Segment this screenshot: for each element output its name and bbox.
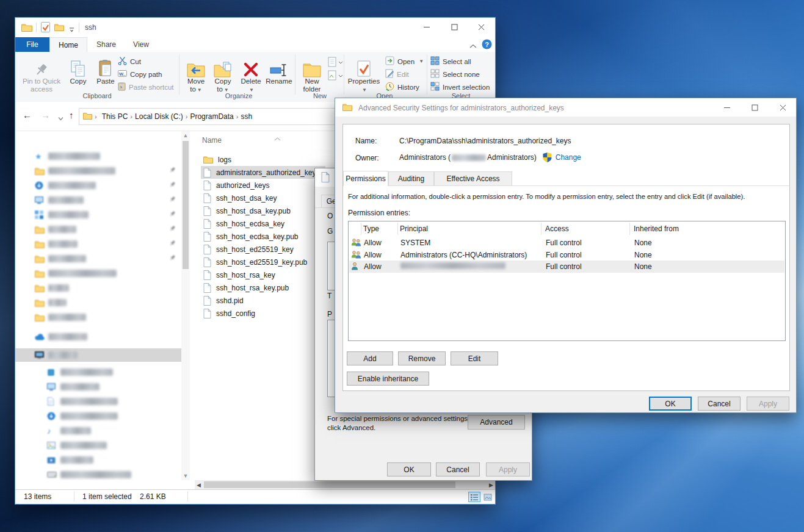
advanced-dialog-titlebar[interactable]: Advanced Security Settings for administr… <box>335 98 796 117</box>
qat-new-folder-icon[interactable] <box>54 23 64 33</box>
easy-access-button[interactable] <box>328 70 344 83</box>
column-header-name[interactable]: Name <box>202 136 222 145</box>
select-none-button[interactable]: Select none <box>430 68 480 80</box>
sidebar-item-redacted[interactable] <box>15 252 181 265</box>
sidebar-item-redacted[interactable] <box>15 468 181 480</box>
scroll-down-icon[interactable]: ▼ <box>181 473 190 479</box>
sidebar-item-redacted[interactable] <box>15 223 181 236</box>
breadcrumb-item[interactable]: Local Disk (C:) <box>132 112 186 121</box>
apply-button[interactable]: Apply <box>486 462 530 476</box>
sidebar-item-redacted[interactable] <box>15 330 181 343</box>
qat-properties-icon[interactable] <box>41 22 50 34</box>
help-icon[interactable]: ? <box>482 39 492 51</box>
file-list-file-row[interactable]: ssh_host_ed25519_key <box>201 243 325 256</box>
sidebar-item-redacted[interactable] <box>15 380 181 394</box>
breadcrumb-item[interactable]: ssh <box>238 112 255 121</box>
sidebar-item-redacted[interactable] <box>15 409 181 423</box>
scroll-left-icon[interactable]: ◀ <box>195 480 203 489</box>
cut-button[interactable]: Cut <box>118 56 141 67</box>
nav-vertical-scrollbar[interactable]: ▲ ▼ <box>181 131 190 480</box>
hscrollbar-thumb[interactable] <box>204 481 455 488</box>
rename-button[interactable]: Rename <box>264 54 294 85</box>
pin-to-quick-access-button[interactable]: Pin to Quick access <box>19 54 64 93</box>
file-list-file-row[interactable]: administrators_authorized_keys <box>201 166 325 179</box>
tab-effective-access[interactable]: Effective Access <box>434 171 512 186</box>
file-list-file-row[interactable]: ssh_host_rsa_key.pub <box>201 281 325 294</box>
ok-button[interactable]: OK <box>387 462 431 476</box>
sidebar-item-redacted[interactable] <box>15 164 181 178</box>
copy-button[interactable]: Copy <box>65 54 91 85</box>
sidebar-item-redacted[interactable] <box>15 439 181 452</box>
enable-inheritance-button[interactable]: Enable inheritance <box>347 372 429 386</box>
cancel-button[interactable]: Cancel <box>698 397 741 411</box>
sidebar-item-redacted[interactable] <box>15 281 181 295</box>
file-list-file-row[interactable]: ssh_host_rsa_key <box>201 268 325 281</box>
scroll-up-icon[interactable]: ▲ <box>181 132 190 138</box>
permission-entry-row[interactable]: AllowAdministrators (CC-HQ\Administrator… <box>349 249 784 261</box>
large-icons-view-button[interactable] <box>482 492 494 502</box>
sidebar-item-redacted[interactable] <box>15 365 181 379</box>
edit-button[interactable]: Edit <box>451 351 498 365</box>
tab-home[interactable]: Home <box>49 37 87 52</box>
tab-view[interactable]: View <box>125 37 157 52</box>
new-folder-button[interactable]: New folder <box>297 54 327 93</box>
paste-button[interactable]: Paste <box>92 54 119 85</box>
minimize-button[interactable] <box>714 98 741 117</box>
file-list-file-row[interactable]: sshd_config <box>201 307 325 320</box>
file-list-file-row[interactable]: authorized_keys <box>201 179 325 192</box>
maximize-button[interactable] <box>441 18 468 37</box>
maximize-button[interactable] <box>741 98 769 117</box>
recent-locations-chevron-icon[interactable] <box>58 114 63 123</box>
column-header-access[interactable]: Access <box>545 225 569 233</box>
qat-customize-chevron-icon[interactable] <box>69 26 74 34</box>
forward-button[interactable]: → <box>41 110 50 120</box>
sidebar-item-redacted[interactable] <box>15 453 181 467</box>
sidebar-item-redacted[interactable] <box>15 193 181 207</box>
paste-shortcut-button[interactable]: Paste shortcut <box>118 81 174 93</box>
back-button[interactable]: ← <box>23 110 32 120</box>
ok-button[interactable]: OK <box>649 397 692 411</box>
cancel-button[interactable]: Cancel <box>436 462 480 476</box>
select-all-button[interactable]: Select all <box>430 56 471 67</box>
add-button[interactable]: Add <box>347 351 393 365</box>
details-view-button[interactable] <box>468 492 480 502</box>
sidebar-item-redacted[interactable] <box>15 237 181 251</box>
nav-scrollbar-thumb[interactable] <box>183 141 189 269</box>
copy-to-button[interactable]: Copy to▼ <box>209 54 236 94</box>
file-list-folder-row[interactable]: logs <box>201 153 325 166</box>
column-header-principal[interactable]: Principal <box>400 225 428 233</box>
sidebar-item-redacted[interactable] <box>15 208 181 221</box>
file-list-file-row[interactable]: sshd.pid <box>201 294 325 307</box>
scroll-right-icon[interactable]: ▶ <box>487 480 495 489</box>
sidebar-item-redacted[interactable] <box>15 296 181 309</box>
file-list-horizontal-scrollbar[interactable]: ◀ ▶ <box>195 480 495 489</box>
permission-entry-row[interactable]: AllowSYSTEMFull controlNone <box>349 237 784 249</box>
sidebar-item-redacted[interactable] <box>15 179 181 192</box>
history-button[interactable]: History <box>385 81 419 93</box>
permission-entries-table[interactable]: TypePrincipalAccessInherited from AllowS… <box>348 221 786 341</box>
sidebar-item-redacted[interactable] <box>15 267 181 280</box>
sidebar-item-redacted[interactable] <box>15 348 181 362</box>
sidebar-item-redacted[interactable]: ★ <box>15 149 181 163</box>
file-list-file-row[interactable]: ssh_host_ecdsa_key <box>201 217 325 230</box>
advanced-button[interactable]: Advanced <box>468 415 525 430</box>
edit-button[interactable]: Edit <box>385 68 409 80</box>
column-header-inherited-from[interactable]: Inherited from <box>634 225 679 233</box>
new-item-button[interactable] <box>328 57 344 70</box>
close-button[interactable] <box>769 98 797 117</box>
move-to-button[interactable]: Move to▼ <box>183 54 209 94</box>
tab-permissions[interactable]: Permissions <box>343 171 388 186</box>
explorer-titlebar[interactable]: ssh <box>15 18 495 37</box>
sidebar-item-redacted[interactable] <box>15 395 181 408</box>
copy-path-button[interactable]: W.. Copy path <box>118 68 162 80</box>
change-owner-link[interactable]: Change <box>556 153 581 162</box>
collapse-ribbon-icon[interactable] <box>469 42 477 51</box>
minimize-button[interactable] <box>413 18 441 37</box>
file-list-file-row[interactable]: ssh_host_ed25519_key.pub <box>201 256 325 268</box>
file-list-file-row[interactable]: ssh_host_dsa_key <box>201 192 325 204</box>
column-header-type[interactable]: Type <box>363 225 379 233</box>
tab-file[interactable]: File <box>15 37 49 52</box>
properties-button[interactable]: Properties▼ <box>346 54 382 94</box>
invert-selection-button[interactable]: Invert selection <box>430 81 490 93</box>
open-button[interactable]: Open▼ <box>385 56 424 67</box>
